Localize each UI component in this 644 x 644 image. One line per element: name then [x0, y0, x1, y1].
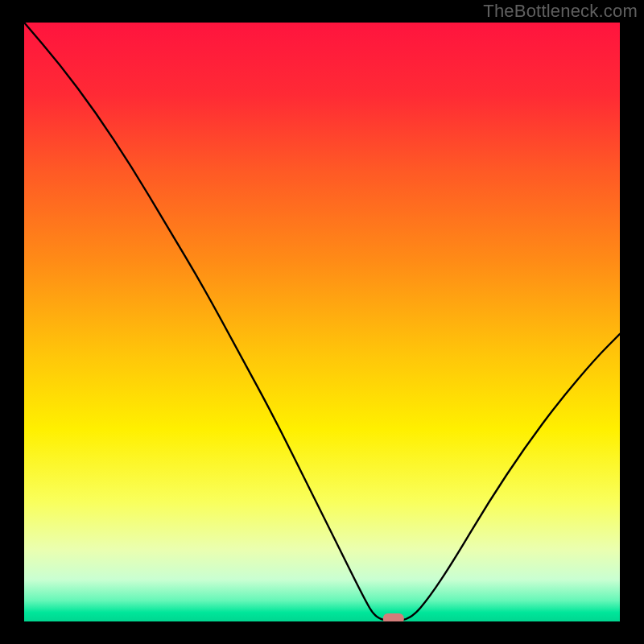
plot-svg	[24, 23, 620, 621]
plot-area	[24, 23, 620, 621]
chart-frame: TheBottleneck.com	[0, 0, 644, 644]
optimum-marker	[383, 613, 404, 621]
watermark-text: TheBottleneck.com	[483, 1, 638, 22]
gradient-rect	[24, 23, 620, 621]
